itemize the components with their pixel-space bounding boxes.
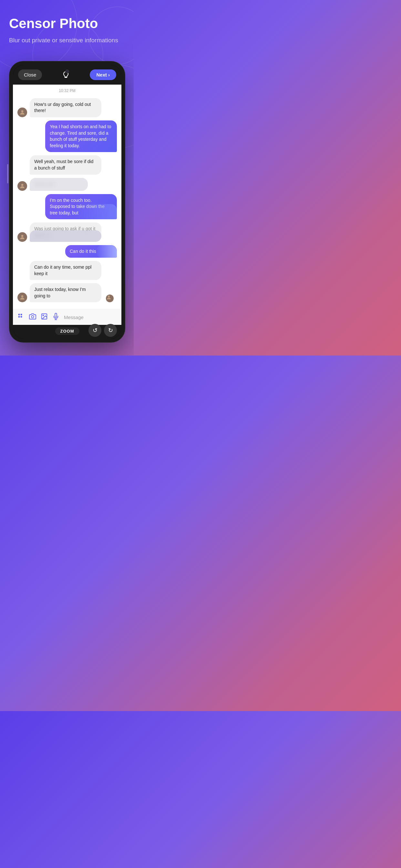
next-button[interactable]: Next › [90, 69, 116, 80]
person-icon [19, 294, 26, 301]
svg-point-1 [21, 110, 24, 113]
chat-bubble: How's ur day going, cold out there! [30, 98, 101, 117]
avatar [18, 181, 27, 191]
svg-point-3 [21, 235, 24, 237]
phone-mockup: Close Next › 10:32 PM [9, 61, 125, 343]
chat-bubble-blurred: Daisy and [30, 178, 88, 191]
table-row: Yea I had shorts on and had to change. T… [18, 120, 117, 152]
avatar-small [106, 294, 114, 302]
chat-bubble: I'm on the couch too. Supposed to take d… [45, 194, 117, 220]
blur-overlay [30, 230, 101, 242]
redo-button[interactable]: ↻ [104, 324, 117, 337]
svg-point-6 [19, 314, 20, 315]
phone-screen: Close Next › 10:32 PM [13, 65, 121, 339]
phone-topbar: Close Next › [13, 65, 121, 85]
svg-point-2 [21, 184, 24, 186]
page-title: Censor Photo [9, 16, 125, 31]
chat-bubble: Just relax today, know I'm going to [30, 283, 101, 302]
svg-rect-0 [65, 77, 67, 78]
next-chevron: › [108, 72, 110, 78]
camera-dot [65, 69, 69, 73]
undo-redo-controls: ↺ ↻ [89, 324, 117, 337]
table-row: How's ur day going, cold out there! [18, 98, 117, 117]
message-input[interactable]: Message [64, 314, 117, 320]
zoom-label: ZOOM [55, 328, 80, 335]
avatar [18, 107, 27, 117]
person-icon [19, 234, 26, 240]
page-subtitle: Blur out private or sensitive informatio… [9, 36, 125, 45]
svg-point-7 [21, 314, 22, 315]
svg-point-8 [19, 316, 20, 318]
photo-icon[interactable] [41, 313, 48, 321]
table-row: I'm on the couch too. Supposed to take d… [18, 194, 117, 220]
avatar [18, 292, 27, 302]
avatar [18, 232, 27, 242]
svg-point-10 [31, 316, 34, 318]
chat-bubble-blurred: Was just going to ask if u got it down, … [30, 222, 101, 242]
undo-button[interactable]: ↺ [89, 324, 101, 337]
table-row: Can do it any time, some ppl keep it [18, 261, 117, 280]
chat-bubble: Yea I had shorts on and had to change. T… [45, 120, 117, 152]
camera-icon[interactable] [29, 313, 36, 321]
table-row: Daisy and [18, 178, 117, 191]
zoom-bar: ZOOM ↺ ↻ [13, 325, 121, 339]
redo-icon: ↻ [108, 327, 113, 334]
chat-bubble-blurred: Can do it this [65, 245, 117, 258]
page-content: Censor Photo Blur out private or sensiti… [0, 0, 134, 355]
table-row: Well yeah, must be sore if did a bunch o… [18, 155, 117, 175]
next-label: Next [96, 72, 107, 78]
chat-bubble: Well yeah, must be sore if did a bunch o… [30, 155, 101, 175]
svg-point-12 [42, 315, 43, 316]
undo-icon: ↺ [93, 327, 97, 334]
table-row: Was just going to ask if u got it down, … [18, 222, 117, 242]
svg-point-4 [21, 296, 24, 298]
table-row: Just relax today, know I'm going to [18, 283, 117, 302]
scroll-indicator [7, 164, 8, 183]
close-button[interactable]: Close [18, 69, 42, 80]
person-icon [19, 183, 26, 189]
chat-area: 10:32 PM How's ur day going, cold out th… [13, 85, 121, 310]
blur-overlay [30, 178, 88, 191]
svg-point-5 [108, 296, 110, 298]
chat-timestamp: 10:32 PM [18, 89, 117, 93]
mic-icon[interactable] [52, 313, 59, 321]
person-icon [19, 109, 26, 116]
dots-icon[interactable] [18, 313, 25, 321]
table-row: Can do it this [18, 245, 117, 258]
svg-point-9 [21, 316, 22, 318]
person-icon [106, 294, 112, 300]
phone-bottom-bar: Message [13, 309, 121, 325]
chat-bubble: Can do it any time, some ppl keep it [30, 261, 101, 280]
